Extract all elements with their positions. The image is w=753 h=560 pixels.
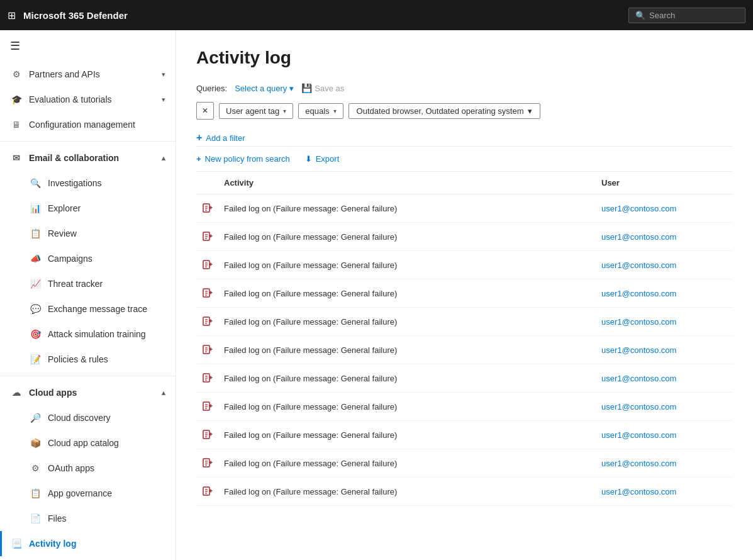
sidebar-item-threat-tracker[interactable]: 📈 Threat tracker	[0, 271, 176, 296]
sidebar-item-activity-log[interactable]: 📃 Activity log	[0, 531, 176, 556]
sidebar-item-exchange-trace[interactable]: 💬 Exchange message trace	[0, 296, 176, 322]
activity-cell: Failed log on (Failure message: General …	[219, 336, 596, 364]
sidebar-item-review[interactable]: 📋 Review	[0, 221, 176, 246]
table-row[interactable]: Failed log on (Failure message: General …	[196, 421, 733, 449]
activity-cell: Failed log on (Failure message: General …	[219, 421, 596, 449]
queries-label: Queries:	[196, 84, 227, 93]
sidebar-item-app-governance[interactable]: 📋 App governance	[0, 481, 176, 506]
sidebar-item-policies-rules[interactable]: 📝 Policies & rules	[0, 347, 176, 372]
user-cell[interactable]: user1@contoso.com	[596, 308, 733, 336]
table-row[interactable]: Failed log on (Failure message: General …	[196, 364, 733, 393]
sidebar-item-oauth-apps[interactable]: ⚙ OAuth apps	[0, 456, 176, 481]
failed-logon-icon	[201, 400, 214, 413]
sidebar-toggle[interactable]: ☰	[0, 30, 176, 62]
activity-cell: Failed log on (Failure message: General …	[219, 279, 596, 308]
sidebar-divider-2	[0, 376, 176, 376]
activity-table: Activity User Failed log on (Failur	[196, 172, 733, 506]
sidebar-item-label: Cloud apps	[29, 388, 77, 398]
sidebar-item-attack-simulation[interactable]: 🎯 Attack simulation training	[0, 322, 176, 347]
grid-icon[interactable]: ⊞	[8, 9, 16, 21]
table-row[interactable]: Failed log on (Failure message: General …	[196, 279, 733, 308]
activity-row-icon-cell	[196, 393, 219, 421]
table-row[interactable]: Failed log on (Failure message: General …	[196, 336, 733, 364]
sidebar-item-cloud-apps[interactable]: ☁ Cloud apps ▴	[0, 380, 176, 405]
search-input[interactable]	[649, 11, 737, 20]
sidebar-item-cloud-discovery[interactable]: 🔎 Cloud discovery	[0, 405, 176, 430]
export-button[interactable]: ⬇ Export	[305, 154, 340, 164]
sidebar-item-files[interactable]: 📄 Files	[0, 506, 176, 531]
cloud-apps-icon: ☁	[10, 386, 23, 399]
add-filter-label: Add a filter	[206, 133, 245, 143]
table-row[interactable]: Failed log on (Failure message: General …	[196, 393, 733, 421]
attack-sim-icon: 🎯	[29, 328, 42, 340]
user-cell[interactable]: user1@contoso.com	[596, 393, 733, 421]
failed-logon-icon	[201, 287, 214, 300]
col-header-activity: Activity	[219, 172, 596, 194]
chevron-down-icon: ▾	[283, 108, 286, 115]
sidebar-item-investigations[interactable]: 🔍 Investigations	[0, 171, 176, 196]
table-row[interactable]: Failed log on (Failure message: General …	[196, 449, 733, 478]
table-row[interactable]: Failed log on (Failure message: General …	[196, 478, 733, 506]
sidebar-item-label: Cloud discovery	[48, 413, 111, 423]
query-bar: Queries: Select a query ▾ 💾 Save as	[196, 83, 733, 93]
filter-field-dropdown[interactable]: User agent tag ▾	[219, 103, 293, 119]
explorer-icon: 📊	[29, 202, 42, 215]
sidebar-item-label: Review	[48, 228, 77, 238]
user-cell[interactable]: user1@contoso.com	[596, 194, 733, 223]
chevron-down-icon: ▾	[162, 96, 165, 104]
partners-icon: ⚙	[10, 68, 23, 81]
user-cell[interactable]: user1@contoso.com	[596, 251, 733, 279]
policies-icon: 📝	[29, 353, 42, 366]
filter-operator-dropdown[interactable]: equals ▾	[298, 103, 343, 119]
activity-row-icon-cell	[196, 364, 219, 393]
sidebar-item-label: Attack simulation training	[48, 329, 146, 339]
sidebar-item-config-mgmt[interactable]: 🖥 Configuration management	[0, 112, 176, 137]
download-icon: ⬇	[305, 154, 312, 164]
activity-row-icon-cell	[196, 223, 219, 251]
select-query-dropdown[interactable]: Select a query ▾	[235, 84, 294, 93]
config-icon: 🖥	[10, 118, 23, 131]
table-row[interactable]: Failed log on (Failure message: General …	[196, 308, 733, 336]
action-bar: + New policy from search ⬇ Export	[196, 146, 733, 172]
activity-cell: Failed log on (Failure message: General …	[219, 478, 596, 506]
investigations-icon: 🔍	[29, 177, 42, 189]
filter-clear-button[interactable]: ✕	[196, 102, 214, 120]
user-cell[interactable]: user1@contoso.com	[596, 279, 733, 308]
sidebar-item-partners-apis[interactable]: ⚙ Partners and APIs ▾	[0, 62, 176, 87]
table-row[interactable]: Failed log on (Failure message: General …	[196, 251, 733, 279]
activity-cell: Failed log on (Failure message: General …	[219, 449, 596, 478]
sidebar-item-cloud-catalog[interactable]: 📦 Cloud app catalog	[0, 430, 176, 456]
user-cell[interactable]: user1@contoso.com	[596, 421, 733, 449]
user-cell[interactable]: user1@contoso.com	[596, 223, 733, 251]
sidebar-item-label: Exchange message trace	[48, 304, 147, 314]
col-header-user: User	[596, 172, 733, 194]
sidebar-item-email-collaboration[interactable]: ✉ Email & collaboration ▴	[0, 145, 176, 171]
user-cell[interactable]: user1@contoso.com	[596, 336, 733, 364]
filter-field-label: User agent tag	[226, 106, 279, 116]
failed-logon-icon	[201, 344, 214, 356]
save-as-button[interactable]: 💾 Save as	[301, 83, 344, 93]
add-filter-button[interactable]: + Add a filter	[196, 130, 733, 146]
filter-value-dropdown[interactable]: Outdated browser, Outdated operating sys…	[349, 103, 540, 119]
user-cell[interactable]: user1@contoso.com	[596, 449, 733, 478]
table-row[interactable]: Failed log on (Failure message: General …	[196, 223, 733, 251]
table-row[interactable]: Failed log on (Failure message: General …	[196, 194, 733, 223]
sidebar-item-evaluation[interactable]: 🎓 Evaluation & tutorials ▾	[0, 87, 176, 112]
cloud-discovery-icon: 🔎	[29, 412, 42, 424]
sidebar-item-campaigns[interactable]: 📣 Campaigns	[0, 246, 176, 271]
campaigns-icon: 📣	[29, 252, 42, 265]
sidebar-item-label: Email & collaboration	[29, 153, 119, 163]
chevron-down-icon: ▾	[162, 70, 165, 79]
sidebar: ☰ ⚙ Partners and APIs ▾ 🎓 Evaluation & t…	[0, 30, 176, 560]
filter-operator-label: equals	[305, 106, 329, 116]
user-cell[interactable]: user1@contoso.com	[596, 364, 733, 393]
user-cell[interactable]: user1@contoso.com	[596, 478, 733, 506]
sidebar-item-label: Investigations	[48, 178, 102, 188]
activity-row-icon-cell	[196, 449, 219, 478]
search-box[interactable]: 🔍	[628, 8, 745, 23]
activity-row-icon-cell	[196, 336, 219, 364]
sidebar-item-explorer[interactable]: 📊 Explorer	[0, 196, 176, 221]
sidebar-item-label: Cloud app catalog	[48, 438, 119, 448]
activity-row-icon-cell	[196, 194, 219, 223]
new-policy-button[interactable]: + New policy from search	[196, 154, 290, 164]
